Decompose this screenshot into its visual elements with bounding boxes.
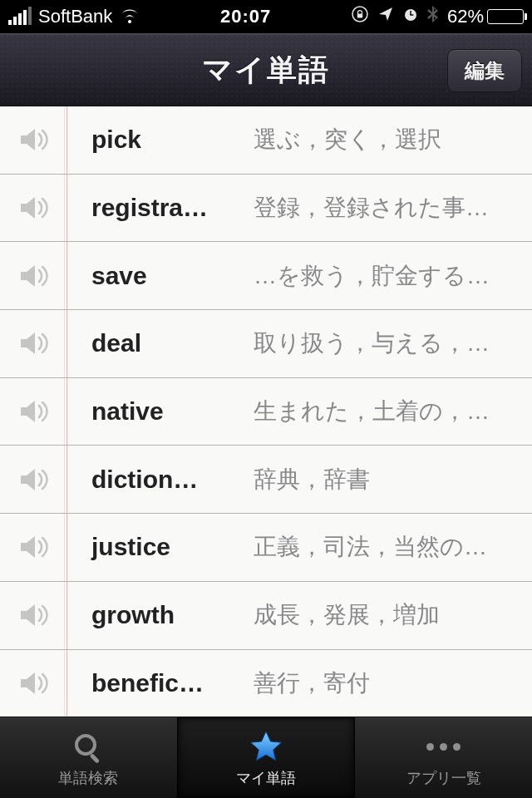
word-definition: 辞典，辞書 [245,464,520,495]
speaker-icon[interactable] [0,582,66,649]
word-definition: 生まれた，土着の，… [245,396,520,427]
tab-app-list[interactable]: アプリ一覧 [355,717,532,798]
orientation-lock-icon [351,5,369,28]
word-term: justice [66,533,245,561]
list-item[interactable]: registra…登録，登録された事… [0,175,532,243]
word-definition: 選ぶ，突く，選択 [245,124,520,155]
speaker-icon[interactable] [0,310,66,377]
list-item[interactable]: pick選ぶ，突く，選択 [0,106,532,175]
speaker-icon[interactable] [0,106,66,174]
tab-label: アプリ一覧 [406,768,481,788]
word-definition: 正義，司法，当然の… [245,531,520,563]
page-title: マイ単語 [202,50,330,91]
word-term: growth [66,601,245,629]
word-list[interactable]: pick選ぶ，突く，選択registra…登録，登録された事…save…を救う，… [0,106,532,717]
more-icon [426,728,461,766]
svg-rect-4 [410,14,413,15]
tab-label: 単語検索 [58,768,118,788]
word-term: native [66,397,245,426]
list-item[interactable]: save…を救う，貯金する… [0,242,532,310]
nav-header: マイ単語 編集 [0,33,532,106]
word-definition: …を救う，貯金する… [245,260,520,292]
list-item[interactable]: growth成長，発展，増加 [0,582,532,650]
word-definition: 善行，寄付 [245,667,520,699]
location-icon [377,6,394,27]
svg-rect-6 [90,753,101,764]
svg-rect-1 [357,14,362,18]
tab-my-words[interactable]: マイ単語 [177,717,356,798]
word-term: registra… [66,194,245,222]
clock-time: 20:07 [220,6,271,27]
word-term: pick [66,126,245,154]
search-icon [71,728,106,766]
tab-search[interactable]: 単語検索 [0,717,177,798]
speaker-icon[interactable] [0,378,66,446]
alarm-icon [402,6,419,27]
tab-bar: 単語検索 マイ単語 アプリ一覧 [0,717,532,798]
speaker-icon[interactable] [0,242,66,309]
battery-percent: 62% [447,6,484,27]
word-term: benefic… [66,669,245,697]
list-item[interactable]: deal取り扱う，与える，… [0,310,532,378]
wifi-icon [119,8,140,25]
list-item[interactable]: diction…辞典，辞書 [0,446,532,514]
status-bar: SoftBank 20:07 62% [0,0,532,33]
svg-point-5 [76,736,95,754]
word-definition: 成長，発展，増加 [245,599,520,631]
list-item[interactable]: justice正義，司法，当然の… [0,514,532,582]
svg-rect-3 [410,11,411,15]
word-term: diction… [66,466,245,494]
star-icon [248,728,284,766]
word-term: save [66,262,245,290]
speaker-icon[interactable] [0,514,66,581]
edit-button[interactable]: 編集 [447,49,522,92]
word-term: deal [66,329,245,357]
list-item[interactable]: native生まれた，土着の，… [0,378,532,446]
signal-strength-icon [8,8,32,25]
word-definition: 取り扱う，与える，… [245,328,520,359]
word-definition: 登録，登録された事… [245,192,520,224]
speaker-icon[interactable] [0,650,66,717]
speaker-icon[interactable] [0,175,66,242]
tab-label: マイ単語 [236,768,296,788]
bluetooth-icon [427,5,439,28]
battery-icon [487,9,524,24]
speaker-icon[interactable] [0,446,66,513]
list-item[interactable]: benefic…善行，寄付 [0,650,532,717]
carrier-label: SoftBank [38,6,112,27]
